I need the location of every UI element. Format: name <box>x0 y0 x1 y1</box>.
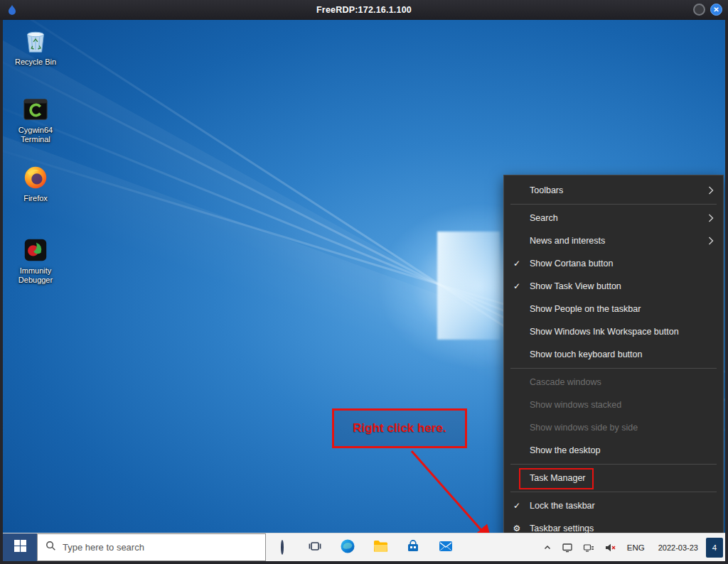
checkmark-icon: ✓ <box>504 501 530 511</box>
checkmark-icon: ✓ <box>504 259 530 269</box>
taskbar-context-menu: ToolbarsSearchNews and interests✓Show Co… <box>503 175 724 533</box>
menu-item-taskbar-settings[interactable]: ⚙Taskbar settings <box>504 517 723 533</box>
search-input[interactable] <box>63 542 257 553</box>
menu-item-label: Show People on the taskbar <box>530 304 723 314</box>
menu-item-news-and-interests[interactable]: News and interests <box>504 229 723 252</box>
menu-item-show-the-desktop[interactable]: Show the desktop <box>504 439 723 462</box>
menu-item-label: Taskbar settings <box>530 524 723 533</box>
desktop-icon-label: Recycle Bin <box>15 58 56 67</box>
taskbar-apps <box>266 533 462 561</box>
taskbar-app-edge[interactable] <box>331 533 364 561</box>
desktop-icon-grid: Recycle BinCygwin64 TerminalFirefoxImmun… <box>9 20 63 533</box>
menu-separator <box>510 204 717 205</box>
taskbar-app-task-view[interactable] <box>299 533 331 561</box>
window-title: FreeRDP:172.16.1.100 <box>0 0 728 20</box>
freerdp-window: FreeRDP:172.16.1.100 ✕ Recycle BinCygwin… <box>0 0 728 564</box>
menu-separator <box>510 368 717 369</box>
menu-item-label: Toolbars <box>530 185 708 195</box>
search-icon <box>46 541 56 554</box>
menu-item-label: Show touch keyboard button <box>530 349 723 359</box>
tray-ethernet-icon[interactable] <box>578 533 599 561</box>
menu-item-label: Show Task View button <box>530 281 723 291</box>
menu-item-show-task-view-button[interactable]: ✓Show Task View button <box>504 275 723 298</box>
menu-item-label: Show Cortana button <box>530 259 723 269</box>
clock-date[interactable]: 2022-03-23 <box>651 543 705 552</box>
checkmark-icon: ✓ <box>504 281 530 291</box>
menu-item-label: Show the desktop <box>530 445 723 455</box>
microsoft-store-icon <box>406 539 420 556</box>
annotation-text: Right click here. <box>353 421 446 435</box>
taskbar-app-microsoft-store[interactable] <box>397 533 429 561</box>
menu-item-label: Show windows stacked <box>530 400 723 410</box>
taskbar-app-mail[interactable] <box>429 533 462 561</box>
edge-icon <box>340 538 355 557</box>
tray-chevron-up-icon[interactable] <box>538 533 557 561</box>
desktop-icon-label: Firefox <box>23 194 48 203</box>
annotation-callout: Right click here. <box>332 408 467 448</box>
firefox-icon <box>21 163 50 192</box>
language-indicator[interactable]: ENG <box>621 543 651 552</box>
desktop[interactable]: Recycle BinCygwin64 TerminalFirefoxImmun… <box>3 20 725 533</box>
tray-volume-muted-icon[interactable] <box>599 533 621 561</box>
menu-item-show-people-on-the-taskbar[interactable]: Show People on the taskbar <box>504 298 723 320</box>
recycle-bin-icon <box>21 27 50 55</box>
taskbar-app-file-explorer[interactable] <box>364 533 397 561</box>
menu-separator <box>510 464 717 465</box>
menu-item-show-windows-ink-workspace-button[interactable]: Show Windows Ink Workspace button <box>504 320 723 343</box>
desktop-icon-label: Immunity Debugger <box>10 266 61 284</box>
menu-item-label: Show windows side by side <box>530 423 723 433</box>
menu-item-toolbars[interactable]: Toolbars <box>504 179 723 202</box>
cygwin-terminal-icon <box>21 95 50 124</box>
menu-item-label: Cascade windows <box>530 377 723 387</box>
gear-icon: ⚙ <box>504 524 530 533</box>
menu-item-cascade-windows: Cascade windows <box>504 371 723 394</box>
desktop-icon-recycle-bin[interactable]: Recycle Bin <box>9 27 63 67</box>
menu-item-show-windows-stacked: Show windows stacked <box>504 394 723 416</box>
menu-item-show-touch-keyboard-button[interactable]: Show touch keyboard button <box>504 343 723 366</box>
start-button[interactable] <box>3 533 37 561</box>
titlebar: FreeRDP:172.16.1.100 ✕ <box>0 0 728 20</box>
taskbar: ENG 2022-03-23 4 <box>3 533 725 561</box>
desktop-icon-cygwin-terminal[interactable]: Cygwin64 Terminal <box>9 95 63 143</box>
system-tray: ENG 2022-03-23 4 <box>538 533 725 561</box>
menu-item-lock-the-taskbar[interactable]: ✓Lock the taskbar <box>504 494 723 517</box>
menu-item-label: News and interests <box>530 236 708 246</box>
close-button[interactable]: ✕ <box>710 4 722 16</box>
menu-item-label: Lock the taskbar <box>530 501 723 511</box>
windows-logo-icon <box>14 540 26 555</box>
submenu-chevron-icon <box>708 186 714 195</box>
submenu-chevron-icon <box>708 237 714 245</box>
menu-item-show-windows-side-by-side: Show windows side by side <box>504 416 723 439</box>
tray-display-icon[interactable] <box>557 533 578 561</box>
notification-badge[interactable]: 4 <box>706 538 723 558</box>
submenu-chevron-icon <box>708 214 714 222</box>
desktop-icon-immunity-debugger[interactable]: Immunity Debugger <box>9 236 63 284</box>
desktop-icon-firefox[interactable]: Firefox <box>9 163 63 203</box>
menu-item-label: Task Manager <box>530 473 723 483</box>
task-view-icon <box>308 539 322 556</box>
menu-item-search[interactable]: Search <box>504 207 723 229</box>
menu-item-label: Show Windows Ink Workspace button <box>530 327 723 337</box>
minimize-button[interactable] <box>693 4 705 16</box>
cortana-icon <box>281 541 284 554</box>
mail-icon <box>438 538 454 557</box>
menu-separator <box>510 492 717 492</box>
file-explorer-icon <box>373 538 388 557</box>
menu-item-label: Search <box>530 213 708 223</box>
menu-item-show-cortana-button[interactable]: ✓Show Cortana button <box>504 252 723 275</box>
desktop-icon-label: Cygwin64 Terminal <box>10 126 61 143</box>
taskbar-app-cortana[interactable] <box>266 533 299 561</box>
menu-item-task-manager[interactable]: Task Manager <box>504 467 723 489</box>
taskbar-search[interactable] <box>37 533 266 561</box>
immunity-debugger-icon <box>21 236 50 264</box>
